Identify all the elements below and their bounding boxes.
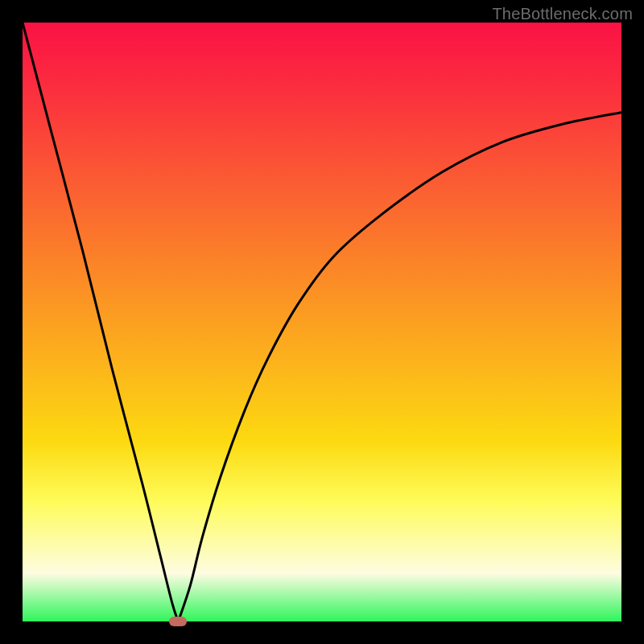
- curve-right-branch: [178, 113, 621, 621]
- chart-frame: TheBottleneck.com: [0, 0, 644, 644]
- bottleneck-curve: [23, 23, 621, 621]
- plot-area: [23, 23, 621, 621]
- optimum-marker: [169, 617, 187, 626]
- curve-left-branch: [23, 23, 178, 621]
- watermark-text: TheBottleneck.com: [492, 5, 633, 23]
